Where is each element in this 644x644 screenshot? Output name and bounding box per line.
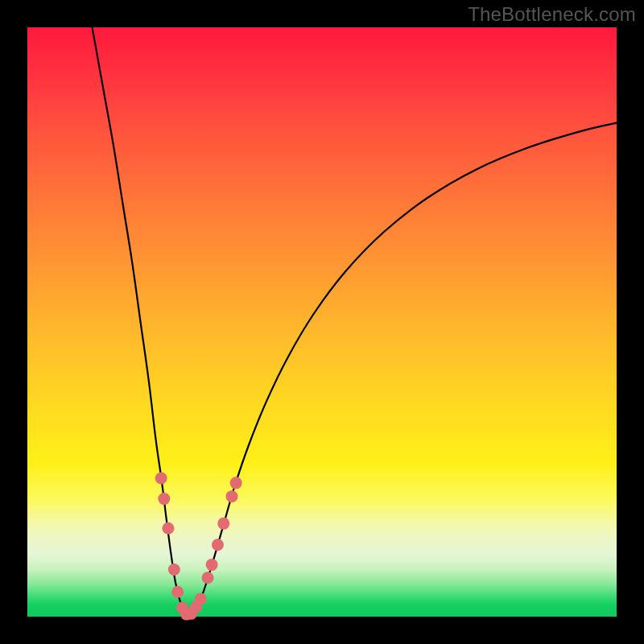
marker-group	[155, 472, 242, 620]
data-marker	[155, 472, 167, 484]
data-marker	[201, 572, 213, 584]
curve-right-arm	[188, 123, 617, 615]
data-marker	[226, 490, 238, 502]
data-marker	[217, 518, 229, 530]
plot-area	[27, 27, 617, 617]
data-marker	[212, 539, 224, 551]
data-marker	[168, 564, 180, 576]
data-marker	[195, 593, 207, 605]
data-marker	[230, 477, 242, 489]
data-marker	[158, 493, 170, 505]
curve-overlay	[27, 27, 617, 617]
data-marker	[162, 522, 174, 535]
watermark-text: TheBottleneck.com	[468, 3, 636, 26]
data-marker	[171, 586, 184, 598]
chart-frame: TheBottleneck.com	[0, 0, 644, 644]
data-marker	[206, 559, 218, 571]
